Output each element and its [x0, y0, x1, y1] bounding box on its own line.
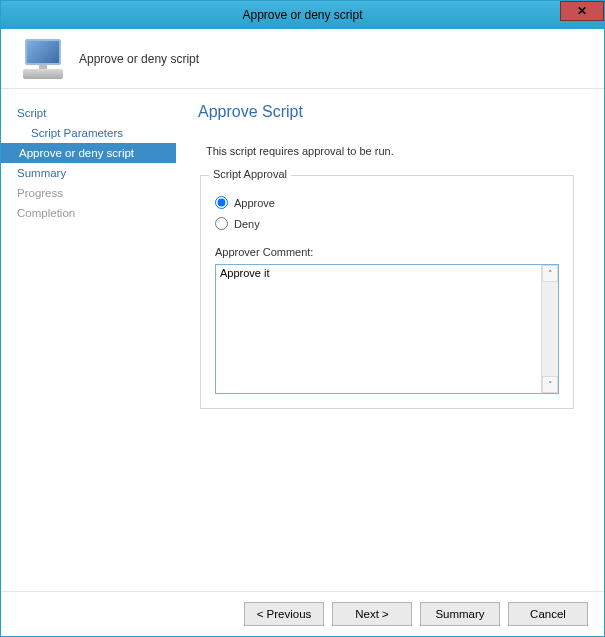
monitor-icon — [21, 39, 65, 79]
previous-button[interactable]: < Previous — [244, 602, 324, 626]
comment-textarea-container: ˄ ˅ — [215, 264, 559, 394]
nav-item-summary[interactable]: Summary — [1, 163, 176, 183]
main-panel: Approve Script This script requires appr… — [176, 89, 604, 591]
scroll-up-icon[interactable]: ˄ — [542, 265, 558, 282]
close-icon: ✕ — [577, 4, 587, 18]
radio-deny[interactable] — [215, 217, 228, 230]
fieldset-legend: Script Approval — [209, 168, 291, 180]
close-button[interactable]: ✕ — [560, 1, 604, 21]
nav-item-progress[interactable]: Progress — [1, 183, 176, 203]
cancel-button[interactable]: Cancel — [508, 602, 588, 626]
nav-item-completion[interactable]: Completion — [1, 203, 176, 223]
radio-approve-label: Approve — [234, 197, 275, 209]
info-text: This script requires approval to be run. — [206, 145, 582, 157]
textarea-scrollbar[interactable]: ˄ ˅ — [541, 265, 558, 393]
dialog-body: Script Script Parameters Approve or deny… — [1, 89, 604, 591]
nav-item-script-parameters[interactable]: Script Parameters — [1, 123, 176, 143]
dialog-footer: < Previous Next > Summary Cancel — [1, 591, 604, 636]
title-bar: Approve or deny script ✕ — [1, 1, 604, 29]
header-subtitle: Approve or deny script — [79, 52, 199, 66]
header-band: Approve or deny script — [1, 29, 604, 89]
nav-item-approve-or-deny[interactable]: Approve or deny script — [1, 143, 176, 163]
radio-approve-row[interactable]: Approve — [215, 196, 559, 209]
window-title: Approve or deny script — [242, 8, 362, 22]
comment-label: Approver Comment: — [215, 246, 559, 258]
wizard-nav: Script Script Parameters Approve or deny… — [1, 89, 176, 591]
page-title: Approve Script — [198, 103, 582, 121]
radio-approve[interactable] — [215, 196, 228, 209]
script-approval-fieldset: Script Approval Approve Deny Approver Co… — [200, 175, 574, 409]
dialog-window: Approve or deny script ✕ Approve or deny… — [0, 0, 605, 637]
nav-item-script[interactable]: Script — [1, 103, 176, 123]
next-button[interactable]: Next > — [332, 602, 412, 626]
radio-deny-row[interactable]: Deny — [215, 217, 559, 230]
comment-textarea[interactable] — [216, 265, 541, 393]
radio-deny-label: Deny — [234, 218, 260, 230]
scroll-down-icon[interactable]: ˅ — [542, 376, 558, 393]
summary-button[interactable]: Summary — [420, 602, 500, 626]
